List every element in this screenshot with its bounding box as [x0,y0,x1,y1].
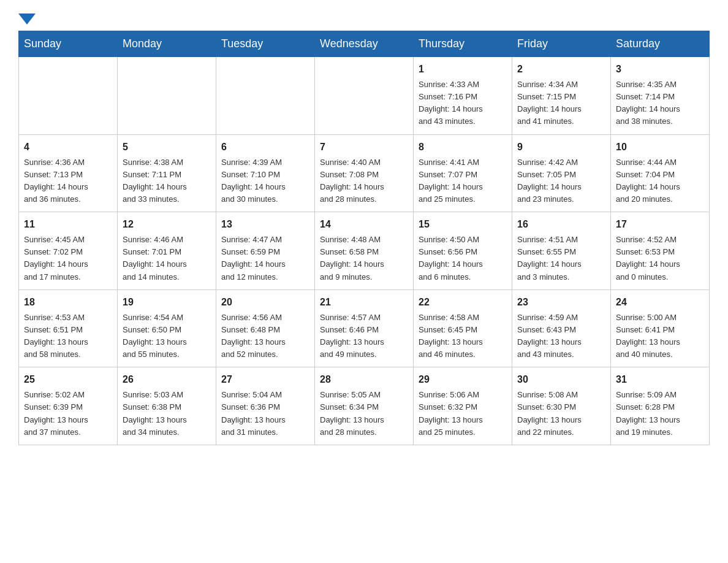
week-row-4: 18Sunrise: 4:53 AM Sunset: 6:51 PM Dayli… [19,289,710,367]
day-number: 13 [221,217,309,232]
day-info: Sunrise: 5:00 AM Sunset: 6:41 PM Dayligh… [616,312,704,361]
calendar-cell [315,57,414,135]
calendar-cell: 3Sunrise: 4:35 AM Sunset: 7:14 PM Daylig… [611,57,710,135]
day-info: Sunrise: 5:06 AM Sunset: 6:32 PM Dayligh… [419,389,507,439]
day-info: Sunrise: 5:02 AM Sunset: 6:39 PM Dayligh… [24,389,112,439]
day-number: 18 [24,295,112,310]
calendar-cell: 24Sunrise: 5:00 AM Sunset: 6:41 PM Dayli… [611,289,710,367]
day-info: Sunrise: 4:46 AM Sunset: 7:01 PM Dayligh… [123,234,211,283]
day-info: Sunrise: 5:09 AM Sunset: 6:28 PM Dayligh… [616,389,704,439]
header-monday: Monday [118,31,216,57]
calendar-cell: 15Sunrise: 4:50 AM Sunset: 6:56 PM Dayli… [414,212,512,290]
day-info: Sunrise: 5:03 AM Sunset: 6:38 PM Dayligh… [123,389,211,439]
calendar-cell: 25Sunrise: 5:02 AM Sunset: 6:39 PM Dayli… [19,367,118,445]
header-tuesday: Tuesday [216,31,315,57]
calendar-cell: 10Sunrise: 4:44 AM Sunset: 7:04 PM Dayli… [611,134,710,212]
day-info: Sunrise: 4:42 AM Sunset: 7:05 PM Dayligh… [517,156,605,206]
day-number: 22 [419,295,507,310]
calendar-cell: 22Sunrise: 4:58 AM Sunset: 6:45 PM Dayli… [414,289,512,367]
header-sunday: Sunday [19,31,118,57]
calendar-cell: 30Sunrise: 5:08 AM Sunset: 6:30 PM Dayli… [512,367,611,445]
calendar-cell: 12Sunrise: 4:46 AM Sunset: 7:01 PM Dayli… [118,212,216,290]
day-number: 4 [24,140,112,155]
day-info: Sunrise: 4:51 AM Sunset: 6:55 PM Dayligh… [517,234,605,283]
day-number: 30 [517,372,605,387]
calendar-cell: 1Sunrise: 4:33 AM Sunset: 7:16 PM Daylig… [414,57,512,135]
day-info: Sunrise: 4:57 AM Sunset: 6:46 PM Dayligh… [320,312,408,361]
calendar-cell: 31Sunrise: 5:09 AM Sunset: 6:28 PM Dayli… [611,367,710,445]
day-number: 21 [320,295,408,310]
weekday-header-row: Sunday Monday Tuesday Wednesday Thursday… [19,31,710,57]
day-number: 19 [123,295,211,310]
day-info: Sunrise: 4:58 AM Sunset: 6:45 PM Dayligh… [419,312,507,361]
day-info: Sunrise: 4:38 AM Sunset: 7:11 PM Dayligh… [123,156,211,206]
calendar-cell: 7Sunrise: 4:40 AM Sunset: 7:08 PM Daylig… [315,134,414,212]
logo [18,12,38,25]
day-info: Sunrise: 4:35 AM Sunset: 7:14 PM Dayligh… [616,79,704,128]
day-number: 15 [419,217,507,232]
calendar-cell [118,57,216,135]
calendar-cell: 27Sunrise: 5:04 AM Sunset: 6:36 PM Dayli… [216,367,315,445]
day-number: 5 [123,140,211,155]
day-info: Sunrise: 4:54 AM Sunset: 6:50 PM Dayligh… [123,312,211,361]
day-number: 17 [616,217,704,232]
calendar-cell: 4Sunrise: 4:36 AM Sunset: 7:13 PM Daylig… [19,134,118,212]
day-number: 8 [419,140,507,155]
day-info: Sunrise: 4:48 AM Sunset: 6:58 PM Dayligh… [320,234,408,283]
calendar-cell: 21Sunrise: 4:57 AM Sunset: 6:46 PM Dayli… [315,289,414,367]
day-number: 14 [320,217,408,232]
day-number: 6 [221,140,309,155]
day-info: Sunrise: 4:40 AM Sunset: 7:08 PM Dayligh… [320,156,408,206]
day-info: Sunrise: 5:04 AM Sunset: 6:36 PM Dayligh… [221,389,309,439]
day-number: 24 [616,295,704,310]
day-number: 3 [616,62,704,77]
day-number: 20 [221,295,309,310]
calendar-cell: 28Sunrise: 5:05 AM Sunset: 6:34 PM Dayli… [315,367,414,445]
day-info: Sunrise: 4:36 AM Sunset: 7:13 PM Dayligh… [24,156,112,206]
week-row-3: 11Sunrise: 4:45 AM Sunset: 7:02 PM Dayli… [19,212,710,290]
day-info: Sunrise: 5:08 AM Sunset: 6:30 PM Dayligh… [517,389,605,439]
day-number: 29 [419,372,507,387]
calendar-cell: 13Sunrise: 4:47 AM Sunset: 6:59 PM Dayli… [216,212,315,290]
calendar-cell: 23Sunrise: 4:59 AM Sunset: 6:43 PM Dayli… [512,289,611,367]
calendar-cell: 26Sunrise: 5:03 AM Sunset: 6:38 PM Dayli… [118,367,216,445]
calendar-cell: 9Sunrise: 4:42 AM Sunset: 7:05 PM Daylig… [512,134,611,212]
day-info: Sunrise: 4:50 AM Sunset: 6:56 PM Dayligh… [419,234,507,283]
calendar-cell: 16Sunrise: 4:51 AM Sunset: 6:55 PM Dayli… [512,212,611,290]
week-row-5: 25Sunrise: 5:02 AM Sunset: 6:39 PM Dayli… [19,367,710,445]
calendar-cell: 14Sunrise: 4:48 AM Sunset: 6:58 PM Dayli… [315,212,414,290]
day-number: 27 [221,372,309,387]
day-number: 11 [24,217,112,232]
calendar-cell: 29Sunrise: 5:06 AM Sunset: 6:32 PM Dayli… [414,367,512,445]
day-number: 16 [517,217,605,232]
calendar-cell: 6Sunrise: 4:39 AM Sunset: 7:10 PM Daylig… [216,134,315,212]
day-info: Sunrise: 4:33 AM Sunset: 7:16 PM Dayligh… [419,79,507,128]
day-info: Sunrise: 4:52 AM Sunset: 6:53 PM Dayligh… [616,234,704,283]
day-info: Sunrise: 4:34 AM Sunset: 7:15 PM Dayligh… [517,79,605,128]
day-number: 1 [419,62,507,77]
header-thursday: Thursday [414,31,512,57]
day-info: Sunrise: 4:45 AM Sunset: 7:02 PM Dayligh… [24,234,112,283]
header-wednesday: Wednesday [315,31,414,57]
calendar-cell: 8Sunrise: 4:41 AM Sunset: 7:07 PM Daylig… [414,134,512,212]
page-header [18,12,710,25]
calendar-cell: 5Sunrise: 4:38 AM Sunset: 7:11 PM Daylig… [118,134,216,212]
day-number: 2 [517,62,605,77]
calendar-table: Sunday Monday Tuesday Wednesday Thursday… [18,31,710,445]
day-number: 23 [517,295,605,310]
calendar-cell: 17Sunrise: 4:52 AM Sunset: 6:53 PM Dayli… [611,212,710,290]
calendar-cell: 18Sunrise: 4:53 AM Sunset: 6:51 PM Dayli… [19,289,118,367]
day-number: 9 [517,140,605,155]
day-number: 28 [320,372,408,387]
day-info: Sunrise: 4:41 AM Sunset: 7:07 PM Dayligh… [419,156,507,206]
calendar-cell: 2Sunrise: 4:34 AM Sunset: 7:15 PM Daylig… [512,57,611,135]
calendar-cell [216,57,315,135]
week-row-1: 1Sunrise: 4:33 AM Sunset: 7:16 PM Daylig… [19,57,710,135]
day-info: Sunrise: 5:05 AM Sunset: 6:34 PM Dayligh… [320,389,408,439]
calendar-cell: 11Sunrise: 4:45 AM Sunset: 7:02 PM Dayli… [19,212,118,290]
day-info: Sunrise: 4:44 AM Sunset: 7:04 PM Dayligh… [616,156,704,206]
day-info: Sunrise: 4:56 AM Sunset: 6:48 PM Dayligh… [221,312,309,361]
day-number: 7 [320,140,408,155]
calendar-cell [19,57,118,135]
day-info: Sunrise: 4:39 AM Sunset: 7:10 PM Dayligh… [221,156,309,206]
